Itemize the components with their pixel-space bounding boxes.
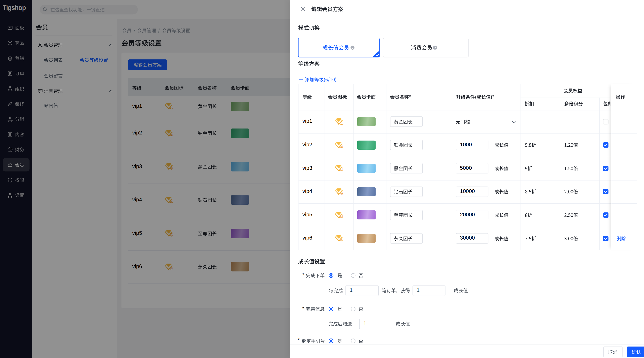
svg-text:?: ?: [434, 46, 436, 49]
svg-text:2: 2: [340, 144, 342, 148]
svg-text:6: 6: [340, 238, 342, 242]
svg-text:3: 3: [340, 168, 342, 172]
svg-text:1: 1: [340, 121, 342, 125]
svg-text:5: 5: [340, 214, 342, 218]
svg-text:?: ?: [352, 46, 353, 49]
svg-text:4: 4: [340, 191, 342, 195]
